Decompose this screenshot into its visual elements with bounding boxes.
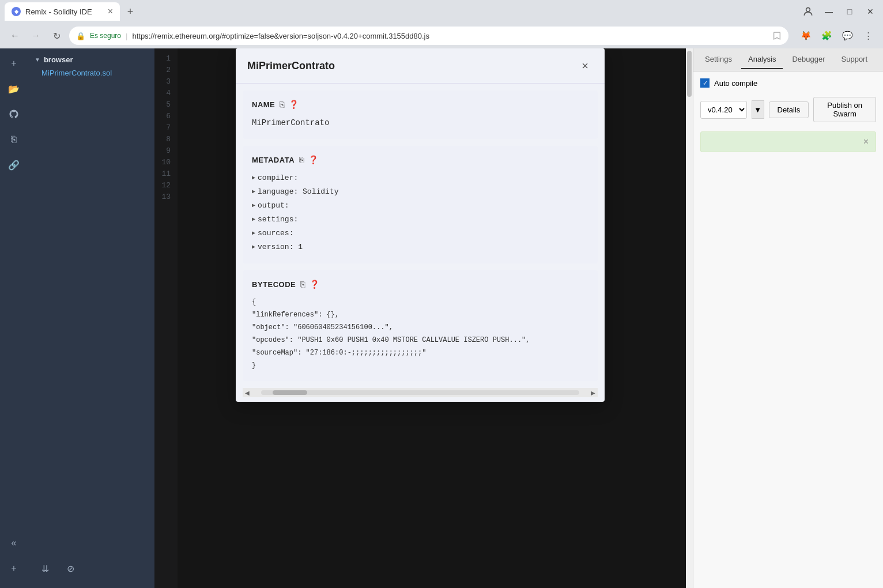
- browser-menu-btn[interactable]: ⋮: [860, 28, 876, 44]
- metadata-copy-icon[interactable]: ⎘: [299, 155, 304, 164]
- success-bar: ×: [700, 131, 876, 152]
- tab-settings[interactable]: Settings: [698, 50, 739, 69]
- bytecode-copy-icon[interactable]: ⎘: [300, 280, 305, 289]
- browser-extension-icon[interactable]: 🦊: [798, 28, 814, 44]
- name-copy-icon[interactable]: ⎘: [280, 100, 284, 109]
- minimize-btn[interactable]: —: [821, 3, 837, 20]
- file-panel: ▼ browser MiPrimerContrato.sol ⇊ ⊘: [28, 48, 154, 588]
- bytecode-label: BYTECODE: [252, 280, 296, 289]
- collapse-panel-btn[interactable]: «: [3, 533, 24, 553]
- secure-text: Es seguro: [90, 32, 121, 40]
- success-close-btn[interactable]: ×: [863, 137, 869, 147]
- metadata-help-icon[interactable]: ❓: [308, 155, 318, 164]
- bytecode-line-3: "opcodes": "PUSH1 0x60 PUSH1 0x40 MSTORE…: [252, 334, 588, 346]
- name-section-header: NAME ⎘ ❓: [252, 100, 588, 109]
- file-item-sol[interactable]: MiPrimerContrato.sol: [28, 66, 154, 80]
- bytecode-line-4: "sourceMap": "27:186:0:-;;;;;;;;;;;;;;;;…: [252, 346, 588, 359]
- name-section: NAME ⎘ ❓ MiPrimerContrato: [243, 91, 598, 139]
- tab-close-btn[interactable]: ×: [108, 7, 113, 16]
- tab-title: Remix - Solidity IDE: [25, 7, 92, 16]
- modal-title: MiPrimerContrato: [247, 60, 335, 72]
- right-panel-content: ✓ Auto compile v0.4.20 ▼ Details Publish…: [693, 71, 883, 588]
- auto-compile-row: ✓ Auto compile: [700, 78, 876, 88]
- metadata-section: METADATA ⎘ ❓ ▶compiler: ▶language: Solid…: [243, 146, 598, 263]
- name-value: MiPrimerContrato: [252, 116, 588, 130]
- right-panel: Settings Analysis Debugger Support ✓ Aut…: [693, 48, 883, 588]
- address-bar: ← → ↻ 🔒 Es seguro | https://remix.ethere…: [0, 23, 883, 48]
- name-label: NAME: [252, 100, 275, 109]
- expand-all-btn[interactable]: ⇊: [35, 558, 55, 579]
- main-area: + 📂 ⎘ 🔗 « + ▼ browser MiPrimerContrato.s…: [0, 48, 883, 588]
- metadata-tree: ▶compiler: ▶language: Solidity ▶output: …: [252, 171, 588, 254]
- auto-compile-label: Auto compile: [714, 79, 757, 88]
- auto-compile-checkbox[interactable]: ✓: [700, 78, 710, 88]
- scrollbar-thumb[interactable]: [273, 390, 307, 395]
- checkbox-check-icon: ✓: [703, 80, 708, 87]
- forward-btn[interactable]: →: [28, 28, 44, 44]
- remix-sidebar: + 📂 ⎘ 🔗 « +: [0, 48, 28, 588]
- user-icon-btn[interactable]: [800, 3, 816, 20]
- metadata-compiler[interactable]: ▶compiler:: [252, 171, 588, 185]
- open-file-btn[interactable]: 📂: [3, 78, 24, 99]
- folder-arrow-icon: ▼: [35, 56, 40, 63]
- name-help-icon[interactable]: ❓: [289, 100, 299, 109]
- url-text: https://remix.ethereum.org/#optimize=fal…: [132, 32, 429, 40]
- modal-header: MiPrimerContrato ×: [236, 48, 605, 84]
- version-select[interactable]: v0.4.20: [700, 101, 747, 119]
- scroll-left-btn[interactable]: ◀: [243, 388, 252, 397]
- right-panel-nav: Settings Analysis Debugger Support: [693, 48, 883, 71]
- bytecode-section: BYTECODE ⎘ ❓ { "linkReferences": {}, "ob…: [243, 270, 598, 381]
- browser-folder-label: browser: [44, 55, 73, 64]
- add-bottom-btn[interactable]: +: [3, 558, 24, 579]
- bytecode-line-1: "linkReferences": {},: [252, 308, 588, 321]
- secure-icon: 🔒: [76, 32, 85, 40]
- bytecode-line-0: {: [252, 296, 588, 308]
- editor-scrollbar[interactable]: [686, 48, 693, 588]
- extension-icon[interactable]: 🧩: [818, 28, 835, 44]
- chat-icon[interactable]: 💬: [839, 28, 855, 44]
- modal-body: NAME ⎘ ❓ MiPrimerContrato METADATA: [236, 91, 605, 397]
- metadata-sources[interactable]: ▶sources:: [252, 227, 588, 240]
- tab-analysis[interactable]: Analysis: [741, 50, 783, 69]
- modal-close-btn[interactable]: ×: [577, 58, 593, 74]
- modal-dialog: MiPrimerContrato × NAME ⎘ ❓: [236, 48, 605, 402]
- browser-tab[interactable]: ◆ Remix - Solidity IDE ×: [5, 2, 120, 21]
- metadata-output[interactable]: ▶output:: [252, 199, 588, 213]
- compile-controls: v0.4.20 ▼ Details Publish on Swarm: [700, 97, 876, 122]
- link-btn[interactable]: 🔗: [3, 154, 24, 175]
- bytecode-line-2: "object": "606060405234156100...",: [252, 321, 588, 334]
- browser-icons: 🦊 🧩 💬 ⋮: [798, 28, 876, 44]
- copy-btn[interactable]: ⎘: [3, 129, 24, 150]
- metadata-version[interactable]: ▶version: 1: [252, 240, 588, 254]
- bytecode-help-icon[interactable]: ❓: [310, 280, 319, 289]
- publish-btn[interactable]: Publish on Swarm: [813, 97, 876, 122]
- window-controls: — □ ✕: [800, 3, 878, 20]
- url-box[interactable]: 🔒 Es seguro | https://remix.ethereum.org…: [69, 27, 788, 45]
- tab-support[interactable]: Support: [835, 50, 875, 69]
- bytecode-section-header: BYTECODE ⎘ ❓: [252, 280, 588, 289]
- title-bar: ◆ Remix - Solidity IDE × + — □ ✕: [0, 0, 883, 23]
- clear-btn[interactable]: ⊘: [60, 558, 81, 579]
- details-btn[interactable]: Details: [769, 101, 809, 118]
- scrollbar-track: [261, 390, 579, 395]
- back-btn[interactable]: ←: [7, 28, 23, 44]
- modal-horizontal-scrollbar[interactable]: ◀ ▶: [243, 388, 598, 397]
- new-tab-btn[interactable]: +: [122, 3, 138, 20]
- browser-folder[interactable]: ▼ browser: [28, 53, 154, 66]
- modal-overlay: MiPrimerContrato × NAME ⎘ ❓: [154, 48, 686, 588]
- bookmark-icon[interactable]: [772, 31, 782, 40]
- compile-dropdown-btn[interactable]: ▼: [752, 100, 764, 119]
- tab-debugger[interactable]: Debugger: [785, 50, 832, 69]
- svg-point-0: [806, 7, 810, 12]
- tab-favicon: ◆: [12, 7, 21, 16]
- github-btn[interactable]: [3, 104, 24, 125]
- compile-section: ✓ Auto compile v0.4.20 ▼ Details Publish…: [700, 78, 876, 152]
- close-btn[interactable]: ✕: [862, 3, 878, 20]
- metadata-language[interactable]: ▶language: Solidity: [252, 185, 588, 199]
- scrollbar-thumb[interactable]: [687, 51, 692, 97]
- maximize-btn[interactable]: □: [842, 3, 858, 20]
- scroll-right-btn[interactable]: ▶: [588, 388, 598, 397]
- create-file-btn[interactable]: +: [3, 53, 24, 74]
- refresh-btn[interactable]: ↻: [48, 28, 65, 44]
- metadata-settings[interactable]: ▶settings:: [252, 213, 588, 227]
